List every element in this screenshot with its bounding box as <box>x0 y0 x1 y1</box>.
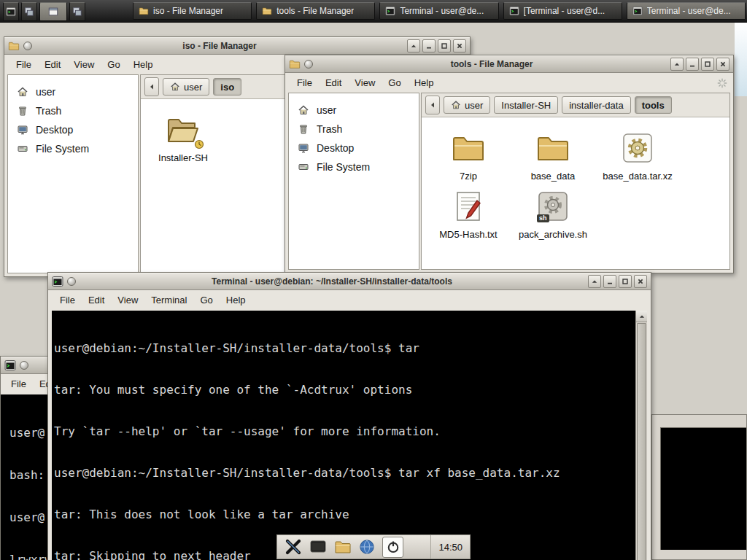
menu-help[interactable]: Help <box>220 292 252 308</box>
close-button[interactable] <box>716 58 729 71</box>
sidebar-label: user <box>36 86 55 98</box>
menu-edit[interactable]: Edit <box>39 57 66 72</box>
menu-view[interactable]: View <box>68 57 100 72</box>
back-button[interactable] <box>425 96 440 114</box>
menu-go[interactable]: Go <box>382 75 406 90</box>
shade-button[interactable] <box>407 39 420 52</box>
taskbar-windows-icon[interactable] <box>21 2 37 21</box>
menu-go[interactable]: Go <box>194 292 218 308</box>
minimize-button[interactable] <box>603 275 616 288</box>
sidebar-item-trash[interactable]: Trash <box>8 101 138 120</box>
minimize-button[interactable] <box>686 58 699 71</box>
terminal-output-line: user@debian:~/Installer-SH/installer-dat… <box>54 341 633 355</box>
taskbar-button-iso-file-manager[interactable]: iso - File Manager <box>133 2 252 20</box>
sidebar-label: Desktop <box>36 124 73 136</box>
menu-help[interactable]: Help <box>409 75 440 90</box>
browser-globe-icon[interactable] <box>359 539 375 555</box>
file-item-7zip[interactable]: 7zip <box>427 126 509 182</box>
clock[interactable]: 14:50 <box>430 535 462 559</box>
path-button-installer-sh[interactable]: Installer-SH <box>494 96 558 114</box>
taskbar-button-label: tools - File Manager <box>276 6 354 16</box>
menu-terminal[interactable]: Terminal <box>145 292 193 308</box>
menu-go[interactable]: Go <box>101 57 125 72</box>
menu-file[interactable]: File <box>54 292 81 308</box>
window-title: tools - File Manager <box>317 59 667 69</box>
taskbar-button-terminal-active[interactable]: Terminal - user@de... <box>627 2 746 20</box>
shade-button[interactable] <box>670 58 684 71</box>
file-item-md5-hash-txt[interactable]: MD5-Hash.txt <box>427 184 509 240</box>
scrollbar[interactable] <box>635 311 647 560</box>
path-button-user[interactable]: user <box>163 78 209 96</box>
path-button-installer-data[interactable]: installer-data <box>562 96 630 114</box>
titlebar[interactable]: iso - File Manager <box>4 37 470 55</box>
sidebar-item-trash[interactable]: Trash <box>289 120 419 139</box>
sidebar-item-desktop[interactable]: Desktop <box>8 120 138 139</box>
terminal-screen[interactable]: user@ bash: user@ lrwxrw lrwxrw user@ mo… <box>1 394 53 560</box>
sidebar-item-filesystem[interactable]: File System <box>8 139 138 158</box>
display-icon[interactable] <box>309 538 327 556</box>
scroll-up-button[interactable] <box>636 311 647 322</box>
terminal-screen[interactable]: user@debian:~/Installer-SH/installer-dat… <box>52 311 635 560</box>
shade-button[interactable] <box>588 275 601 288</box>
sidebar-item-user[interactable]: user <box>289 101 419 120</box>
menu-file[interactable]: File <box>10 57 37 72</box>
close-button[interactable] <box>453 39 466 52</box>
titlebar[interactable]: tools - File Manager <box>285 55 733 73</box>
terminal-output-line: Try `tar --help' or `tar --usage' for mo… <box>54 424 633 438</box>
file-label: MD5-Hash.txt <box>439 229 497 240</box>
file-view[interactable]: 7zip base_data base_data.tar.xz MD5-Hash… <box>422 117 729 269</box>
file-item-installer-sh[interactable]: Installer-SH <box>145 108 221 163</box>
taskbar-button-tools-file-manager[interactable]: tools - File Manager <box>256 2 375 20</box>
window-menu-button[interactable] <box>304 60 313 69</box>
window-terminal: Terminal - user@debian: ~/Installer-SH/i… <box>47 272 651 560</box>
maximize-button[interactable] <box>438 39 451 52</box>
window-background-terminal: File Ed user@ bash: user@ lrwxrw lrwxrw … <box>0 356 54 560</box>
file-item-pack-archive-sh[interactable]: sh pack_archive.sh <box>512 184 594 240</box>
menu-edit[interactable]: Edit <box>82 292 110 308</box>
titlebar[interactable]: Terminal - user@debian: ~/Installer-SH/i… <box>48 273 651 290</box>
terminal-output-line: user@debian:~/Installer-SH/installer-dat… <box>54 466 633 480</box>
terminal-output-line: user@ <box>9 510 51 524</box>
arrow-left-icon <box>429 101 436 109</box>
window-title: iso - File Manager <box>36 41 403 51</box>
xkill-icon[interactable] <box>285 538 302 556</box>
window-menu-button[interactable] <box>67 277 76 286</box>
terminal-output-line: tar: You must specify one of the `-Acdtr… <box>54 383 633 397</box>
terminal-icon <box>4 359 16 371</box>
minimize-button[interactable] <box>422 39 436 52</box>
menu-view[interactable]: View <box>112 292 144 308</box>
path-button-user[interactable]: user <box>444 96 490 114</box>
taskbar-button-label: iso - File Manager <box>153 6 223 16</box>
file-manager-icon[interactable] <box>334 538 352 556</box>
back-button[interactable] <box>144 77 159 96</box>
sidebar-item-user[interactable]: user <box>8 82 138 101</box>
taskbar-windows2-icon[interactable] <box>69 2 85 21</box>
maximize-button[interactable] <box>701 58 714 71</box>
close-button[interactable] <box>634 275 647 288</box>
home-icon <box>170 82 180 92</box>
path-button-iso[interactable]: iso <box>213 78 241 96</box>
sidebar-item-filesystem[interactable]: File System <box>289 158 419 176</box>
scrollbar-thumb[interactable] <box>637 323 646 560</box>
window-menu-button[interactable] <box>23 42 32 50</box>
window-menu-button[interactable] <box>20 361 28 370</box>
taskbar-button-terminal-1[interactable]: Terminal - user@de... <box>379 2 498 20</box>
menu-edit[interactable]: Edit <box>320 75 347 90</box>
menu-view[interactable]: View <box>349 75 381 90</box>
menu-file[interactable]: File <box>5 376 32 392</box>
file-item-base-data[interactable]: base_data <box>512 126 594 182</box>
taskbar-screenshot-icon[interactable] <box>39 2 67 21</box>
menu-help[interactable]: Help <box>128 57 159 72</box>
titlebar[interactable] <box>1 357 53 374</box>
sidebar-item-desktop[interactable]: Desktop <box>289 139 419 158</box>
power-button-icon[interactable] <box>382 537 403 558</box>
arrow-left-icon <box>148 83 155 90</box>
file-item-base-data-tar-xz[interactable]: base_data.tar.xz <box>597 126 678 182</box>
menu-file[interactable]: File <box>291 75 318 90</box>
taskbar-button-terminal-hidden[interactable]: [Terminal - user@d... <box>503 2 622 20</box>
taskbar-terminal-icon[interactable] <box>3 2 19 21</box>
maximize-button[interactable] <box>619 275 632 288</box>
path-button-tools[interactable]: tools <box>635 96 672 114</box>
folder-icon <box>262 6 272 16</box>
terminal-output-line: bash: <box>9 468 51 482</box>
